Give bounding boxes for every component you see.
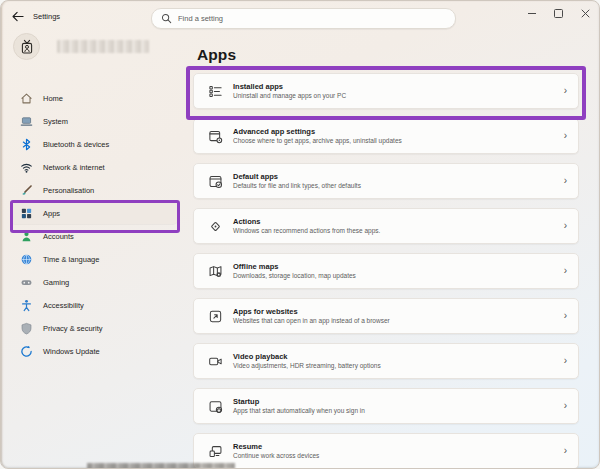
setting-row-default-apps[interactable]: Default apps Defaults for file and link … xyxy=(193,163,579,199)
maximize-icon xyxy=(554,9,563,18)
sidebar-item-label: Windows Update xyxy=(43,347,100,356)
setting-description: Continue work across devices xyxy=(233,452,564,460)
installed-apps-icon xyxy=(207,84,223,99)
sidebar-item-label: Gaming xyxy=(43,278,69,287)
chevron-right-icon: › xyxy=(564,446,567,456)
window-controls xyxy=(518,1,599,31)
sidebar-item-label: Time & language xyxy=(43,255,99,264)
back-arrow-icon xyxy=(11,10,24,23)
sidebar-item-label: System xyxy=(43,117,68,126)
sidebar-nav: Home System Bluetooth & devices Network … xyxy=(11,87,177,362)
chevron-right-icon: › xyxy=(564,266,567,276)
app-title: Settings xyxy=(33,10,60,23)
startup-icon xyxy=(207,399,223,414)
setting-row-apps-for-websites[interactable]: Apps for websites Websites that can open… xyxy=(193,298,579,334)
setting-row-resume[interactable]: Resume Continue work across devices › xyxy=(193,433,579,469)
user-name-blurred xyxy=(57,40,149,53)
sidebar-item-label: Accounts xyxy=(43,232,74,241)
setting-title: Default apps xyxy=(233,172,564,181)
back-button[interactable] xyxy=(10,9,25,24)
search-icon xyxy=(152,13,178,24)
setting-title: Advanced app settings xyxy=(233,127,564,136)
setting-description: Windows can recommend actions from these… xyxy=(233,227,564,235)
sidebar-item-label: Bluetooth & devices xyxy=(43,140,109,149)
titlebar: Settings xyxy=(1,1,599,31)
setting-title: Installed apps xyxy=(233,82,564,91)
setting-title: Startup xyxy=(233,397,564,406)
chevron-right-icon: › xyxy=(564,131,567,141)
sidebar-item-label: Apps xyxy=(43,209,60,218)
sidebar-item-apps[interactable]: Apps xyxy=(11,202,177,224)
settings-window: Settings Home xyxy=(0,0,600,469)
search-input[interactable] xyxy=(178,9,455,28)
setting-row-video-playback[interactable]: Video playback Video adjustments, HDR st… xyxy=(193,343,579,379)
maximize-button[interactable] xyxy=(545,1,572,25)
setting-title: Video playback xyxy=(233,352,564,361)
personalisation-icon xyxy=(20,184,33,197)
resume-icon xyxy=(207,444,223,459)
setting-row-installed-apps[interactable]: Installed apps Uninstall and manage apps… xyxy=(193,73,579,109)
bluetooth-icon xyxy=(20,138,33,151)
chevron-right-icon: › xyxy=(564,221,567,231)
sidebar-item-time-language[interactable]: Time & language xyxy=(11,248,177,270)
close-icon xyxy=(581,9,590,18)
sidebar-item-home[interactable]: Home xyxy=(11,87,177,109)
sidebar-item-label: Home xyxy=(43,94,63,103)
close-button[interactable] xyxy=(572,1,599,25)
sidebar-item-label: Personalisation xyxy=(43,186,94,195)
sidebar-item-label: Network & internet xyxy=(43,163,105,172)
search-box[interactable] xyxy=(151,8,456,29)
home-icon xyxy=(20,92,33,105)
sidebar-item-windows-update[interactable]: Windows Update xyxy=(11,340,177,362)
offline-maps-icon xyxy=(207,264,223,279)
setting-description: Choose where to get apps, archive apps, … xyxy=(233,137,564,145)
setting-row-advanced-app-settings[interactable]: Advanced app settings Choose where to ge… xyxy=(193,118,579,154)
time-language-icon xyxy=(20,253,33,266)
sidebar-item-system[interactable]: System xyxy=(11,110,177,132)
setting-title: Apps for websites xyxy=(233,307,564,316)
setting-title: Actions xyxy=(233,217,564,226)
default-apps-icon xyxy=(207,174,223,189)
chevron-right-icon: › xyxy=(564,356,567,366)
user-profile[interactable] xyxy=(13,33,149,60)
system-icon xyxy=(20,115,33,128)
sidebar-item-network-internet[interactable]: Network & internet xyxy=(11,156,177,178)
setting-row-startup[interactable]: Startup Apps that start automatically wh… xyxy=(193,388,579,424)
setting-description: Video adjustments, HDR streaming, batter… xyxy=(233,362,564,370)
setting-title: Resume xyxy=(233,442,564,451)
chevron-right-icon: › xyxy=(564,311,567,321)
sidebar-item-bluetooth-devices[interactable]: Bluetooth & devices xyxy=(11,133,177,155)
minimize-button[interactable] xyxy=(518,1,545,25)
gaming-icon xyxy=(20,276,33,289)
chevron-right-icon: › xyxy=(564,86,567,96)
sidebar-item-label: Accessibility xyxy=(43,301,84,310)
accessibility-icon xyxy=(20,299,33,312)
setting-title: Offline maps xyxy=(233,262,564,271)
sidebar-item-accessibility[interactable]: Accessibility xyxy=(11,294,177,316)
windows-update-icon xyxy=(20,345,33,358)
settings-list: Installed apps Uninstall and manage apps… xyxy=(193,73,579,469)
sidebar-item-privacy-security[interactable]: Privacy & security xyxy=(11,317,177,339)
setting-description: Apps that start automatically when you s… xyxy=(233,407,564,415)
sidebar-item-label: Privacy & security xyxy=(43,324,103,333)
sidebar-item-gaming[interactable]: Gaming xyxy=(11,271,177,293)
setting-description: Websites that can open in an app instead… xyxy=(233,317,564,325)
apps-for-websites-icon xyxy=(207,309,223,324)
advanced-app-settings-icon xyxy=(207,129,223,144)
video-playback-icon xyxy=(207,354,223,369)
actions-icon xyxy=(207,219,223,234)
setting-description: Uninstall and manage apps on your PC xyxy=(233,92,564,100)
accounts-icon xyxy=(20,230,33,243)
setting-row-offline-maps[interactable]: Offline maps Downloads, storage location… xyxy=(193,253,579,289)
sidebar-item-personalisation[interactable]: Personalisation xyxy=(11,179,177,201)
minimize-icon xyxy=(528,13,536,14)
setting-description: Defaults for file and link types, other … xyxy=(233,182,564,190)
avatar xyxy=(13,33,40,60)
network-icon xyxy=(20,161,33,174)
apps-icon xyxy=(20,207,33,220)
chevron-right-icon: › xyxy=(564,401,567,411)
privacy-security-icon xyxy=(20,322,33,335)
sidebar-item-accounts[interactable]: Accounts xyxy=(11,225,177,247)
setting-row-actions[interactable]: Actions Windows can recommend actions fr… xyxy=(193,208,579,244)
page-title: Apps xyxy=(197,46,236,64)
